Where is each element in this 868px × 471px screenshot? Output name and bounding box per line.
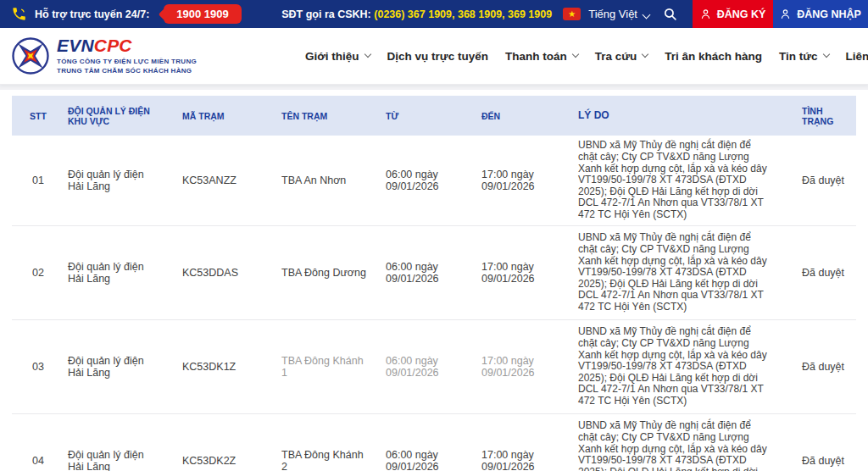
nav-item-gioi-thieu[interactable]: Giới thiệu	[305, 50, 370, 63]
evn-star-icon	[11, 36, 50, 75]
brand-line1: TỔNG CÔNG TY ĐIỆN LỰC MIỀN TRUNG	[57, 57, 197, 66]
col-header-team[interactable]: ĐỘI QUẢN LÝ ĐIỆN KHU VỰC	[64, 106, 175, 126]
chevron-down-icon	[643, 11, 651, 19]
col-header-reason[interactable]: LÝ DO	[574, 110, 793, 122]
logo-text: EVNCPC TỔNG CÔNG TY ĐIỆN LỰC MIỀN TRUNG …	[57, 37, 197, 75]
register-button[interactable]: ĐĂNG KÝ	[693, 0, 773, 28]
nav-item-thanh-toan[interactable]: Thanh toán	[505, 50, 578, 63]
table-header-row: STT ĐỘI QUẢN LÝ ĐIỆN KHU VỰC MÃ TRẠM TÊN…	[12, 96, 856, 136]
nav-item-tri-an-khach-hang[interactable]: Tri ân khách hàng	[665, 50, 762, 63]
login-label: ĐĂNG NHẬP	[797, 8, 861, 20]
nav-label: Tra cứu	[595, 50, 637, 63]
col-header-status[interactable]: TÌNH TRẠNG	[793, 106, 856, 126]
status-badge: Đã duyệt	[793, 455, 856, 467]
cell-code: KC53DK2Z	[175, 455, 271, 467]
status-badge: Đã duyệt	[793, 361, 856, 373]
nav-label: Tri ân khách hàng	[665, 50, 762, 63]
cell-from: 06:00 ngày 09/01/2026	[381, 449, 477, 471]
cell-name: TBA Đông Dương	[271, 267, 381, 279]
cell-team: Đội quản lý điện Hải Lăng	[64, 449, 175, 471]
table-row: 01 Đội quản lý điện Hải Lăng KC53ANZZ TB…	[12, 136, 856, 226]
main-nav: Giới thiệu Dịch vụ trực tuyến Thanh toán…	[305, 28, 868, 84]
topbar: Hỗ trợ trực tuyến 24/7: 1900 1909 SĐT gọ…	[0, 0, 868, 28]
cell-from: 06:00 ngày 09/01/2026	[381, 355, 477, 379]
status-badge: Đã duyệt	[793, 175, 856, 186]
nav-label: Giới thiệu	[305, 50, 359, 63]
nav-label: Dịch vụ trực tuyến	[387, 50, 488, 63]
chevron-down-icon	[571, 51, 578, 58]
cskh-label: SĐT gọi ra CSKH:	[281, 8, 374, 20]
cell-team: Đội quản lý điện Hải Lăng	[64, 169, 175, 192]
cell-stt: 01	[12, 175, 64, 186]
brand-name: EVNCPC	[57, 37, 197, 54]
search-button[interactable]	[663, 7, 677, 21]
cell-reason: UBND xã Mỹ Thủy đề nghị cắt điện để chặt…	[574, 420, 793, 471]
col-header-name[interactable]: TÊN TRẠM	[271, 111, 381, 121]
cell-to: 17:00 ngày 09/01/2026	[477, 355, 574, 379]
brand-evn: EVN	[57, 36, 94, 55]
site-header: EVNCPC TỔNG CÔNG TY ĐIỆN LỰC MIỀN TRUNG …	[0, 28, 868, 85]
hotline-badge[interactable]: 1900 1909	[164, 4, 241, 24]
vietnam-flag-icon: ★	[563, 8, 581, 20]
cell-team: Đội quản lý điện Hải Lăng	[64, 261, 175, 285]
cell-to: 17:00 ngày 09/01/2026	[477, 449, 574, 471]
nav-label: Thanh toán	[505, 50, 567, 63]
table-row: 03 Đội quản lý điện Hải Lăng KC53DK1Z TB…	[12, 320, 856, 414]
cell-to: 17:00 ngày 09/01/2026	[477, 261, 574, 285]
register-label: ĐĂNG KÝ	[717, 8, 766, 20]
phone-icon	[11, 6, 27, 22]
table-row: 04 Đội quản lý điện Hải Lăng KC53DK2Z TB…	[12, 414, 856, 471]
outage-table: STT ĐỘI QUẢN LÝ ĐIỆN KHU VỰC MÃ TRẠM TÊN…	[12, 96, 856, 471]
col-header-to[interactable]: ĐẾN	[477, 111, 574, 121]
cell-stt: 03	[12, 361, 64, 373]
cell-code: KC53DDAS	[175, 267, 271, 279]
cell-name: TBA Đông Khánh 2	[271, 449, 381, 471]
search-icon	[663, 7, 677, 21]
cell-code: KC53DK1Z	[175, 361, 271, 373]
user-icon	[780, 8, 791, 19]
language-label: Tiếng Việt	[588, 8, 637, 20]
chevron-down-icon	[364, 51, 370, 58]
brand-cpc: CPC	[94, 36, 132, 55]
nav-item-tra-cuu[interactable]: Tra cứu	[595, 50, 648, 63]
topbar-support: Hỗ trợ trực tuyến 24/7: 1900 1909	[0, 4, 242, 24]
cell-from: 06:00 ngày 09/01/2026	[381, 169, 477, 192]
cskh-info: SĐT gọi ra CSKH: (0236) 367 1909, 368 19…	[281, 8, 552, 20]
cell-stt: 04	[12, 455, 64, 467]
cell-to: 17:00 ngày 09/01/2026	[477, 169, 574, 192]
cell-name: TBA Đông Khánh 1	[271, 355, 381, 379]
language-selector[interactable]: Tiếng Việt	[588, 8, 649, 20]
chevron-down-icon	[822, 51, 829, 58]
nav-label: Tin tức	[779, 50, 818, 63]
cell-stt: 02	[12, 267, 64, 279]
spacer	[0, 90, 868, 96]
nav-item-dich-vu-truc-tuyen[interactable]: Dịch vụ trực tuyến	[387, 50, 488, 63]
cell-code: KC53ANZZ	[175, 175, 271, 186]
nav-item-tin-tuc[interactable]: Tin tức	[779, 50, 829, 63]
cell-reason: UBND xã Mỹ Thủy đề nghị cắt điện để chặt…	[574, 140, 793, 220]
col-header-code[interactable]: MÃ TRẠM	[175, 111, 271, 121]
status-badge: Đã duyệt	[793, 267, 856, 279]
brand-subtitle: TỔNG CÔNG TY ĐIỆN LỰC MIỀN TRUNG TRUNG T…	[57, 57, 197, 75]
cskh-numbers: (0236) 367 1909, 368 1909, 369 1909	[374, 8, 552, 20]
col-header-stt[interactable]: STT	[12, 111, 64, 121]
topbar-right: SĐT gọi ra CSKH: (0236) 367 1909, 368 19…	[281, 0, 868, 28]
cell-name: TBA An Nhơn	[271, 175, 381, 186]
brand-line2: TRUNG TÂM CHĂM SÓC KHÁCH HÀNG	[57, 66, 197, 75]
login-button[interactable]: ĐĂNG NHẬP	[773, 0, 868, 28]
support-label: Hỗ trợ trực tuyến 24/7:	[35, 8, 149, 20]
evncpc-logo[interactable]: EVNCPC TỔNG CÔNG TY ĐIỆN LỰC MIỀN TRUNG …	[11, 36, 197, 75]
cell-reason: UBND xã Mỹ Thủy đề nghị cắt điện để chặt…	[574, 326, 793, 407]
cell-reason: UBND xã Mỹ Thủy đề nghị cắt điện để chặt…	[574, 232, 793, 313]
nav-label: Liên hệ	[846, 50, 868, 63]
cell-team: Đội quản lý điện Hải Lăng	[64, 355, 175, 379]
user-icon	[700, 8, 711, 19]
cell-from: 06:00 ngày 09/01/2026	[381, 261, 477, 285]
col-header-from[interactable]: TỪ	[381, 111, 477, 121]
nav-item-lien-he[interactable]: Liên hệ	[846, 50, 868, 63]
chevron-down-icon	[642, 51, 648, 58]
table-row: 02 Đội quản lý điện Hải Lăng KC53DDAS TB…	[12, 226, 856, 320]
